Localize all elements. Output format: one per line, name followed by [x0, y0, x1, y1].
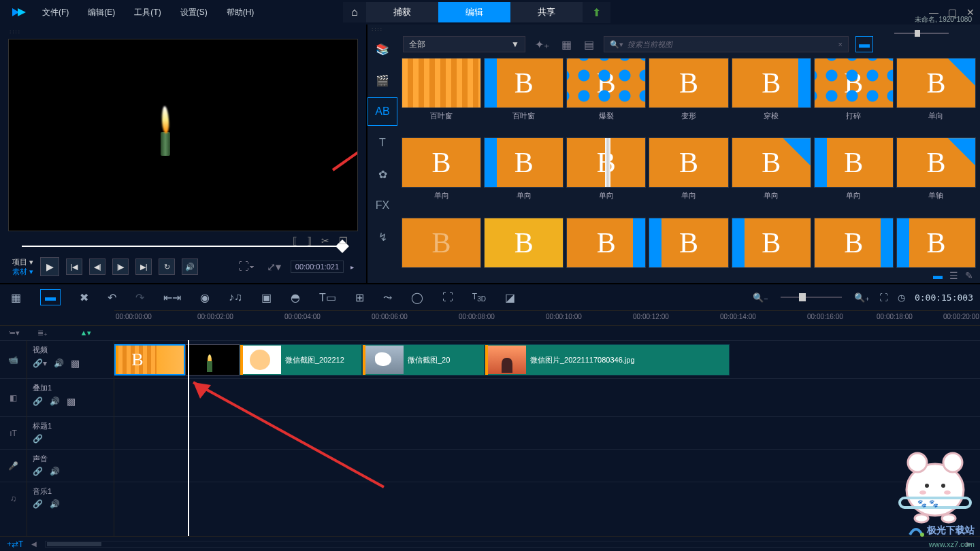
- timecode-step-icon[interactable]: ▸: [350, 263, 354, 271]
- link-icon[interactable]: 🔗: [33, 499, 43, 509]
- volume-button[interactable]: 🔊: [182, 258, 198, 275]
- clear-search-icon[interactable]: ×: [838, 40, 843, 48]
- track-marker-icon[interactable]: ▲▾: [57, 326, 114, 340]
- transition-item[interactable]: B单向: [732, 137, 811, 213]
- video-clip[interactable]: 微信图片_20221117080346.jpg: [485, 344, 730, 375]
- track-options-icon[interactable]: ≔▾: [0, 326, 27, 340]
- lock-icon[interactable]: ▩: [67, 396, 76, 407]
- transition-item[interactable]: B单向: [484, 137, 564, 213]
- lib-view-list-icon[interactable]: ☰: [949, 270, 958, 281]
- overlay-track-icon[interactable]: ◧: [0, 378, 27, 416]
- transition-item[interactable]: B: [649, 218, 728, 280]
- zoom-in-icon[interactable]: 🔍₊: [854, 293, 870, 303]
- mask-icon[interactable]: ◪: [505, 291, 515, 304]
- play-button[interactable]: ▶: [40, 257, 59, 276]
- timeline-tracks[interactable]: B 微信截图_202212 微信截图_20: [114, 340, 980, 536]
- lib-tab-media[interactable]: 📚: [368, 35, 397, 63]
- next-frame-button[interactable]: |▶: [112, 258, 129, 275]
- transition-item[interactable]: B穿梭: [732, 58, 811, 133]
- transition-item[interactable]: B: [402, 218, 481, 280]
- undo-button[interactable]: ↶: [108, 291, 116, 304]
- project-mode-label[interactable]: 项目 ▾: [12, 257, 33, 267]
- thumbnail-size-slider[interactable]: [894, 33, 949, 34]
- subtitle-icon[interactable]: T▭: [319, 291, 336, 304]
- video-clip[interactable]: 微信截图_20: [362, 344, 485, 375]
- fit-timeline-icon[interactable]: ⛶: [879, 293, 888, 303]
- video-clip[interactable]: [185, 344, 240, 375]
- video-clip[interactable]: 微信截图_202212: [240, 344, 362, 375]
- track-add-icon[interactable]: ≣₊: [27, 326, 57, 340]
- lib-edit-icon[interactable]: ✎: [965, 270, 973, 281]
- mute-icon[interactable]: 🔊: [50, 397, 60, 406]
- lib-tab-transition[interactable]: AB: [368, 97, 397, 126]
- transition-item[interactable]: B单向: [402, 137, 481, 213]
- link-icon[interactable]: 🔗: [33, 397, 43, 406]
- split-icon[interactable]: ✂: [321, 235, 329, 246]
- preview-viewport[interactable]: [8, 39, 358, 231]
- crop-icon[interactable]: ⛶: [442, 291, 453, 303]
- goto-start-button[interactable]: |◀: [66, 258, 82, 275]
- transition-item[interactable]: B单向: [814, 137, 894, 213]
- timeline-ruler[interactable]: 00:00:00:00 00:00:02:00 00:00:04:00 00:0…: [114, 310, 980, 325]
- panel-grip[interactable]: ::::: [368, 24, 980, 33]
- menu-help[interactable]: 帮助(H): [220, 4, 261, 21]
- calendar-icon[interactable]: ▤: [581, 38, 597, 51]
- link-icon[interactable]: 🔗▾: [33, 358, 47, 368]
- redo-button[interactable]: ↷: [135, 291, 144, 304]
- track-header-title[interactable]: 标题1 🔗: [27, 416, 114, 449]
- transition-item[interactable]: B百叶窗: [402, 58, 481, 133]
- track-header-music[interactable]: 音乐1 🔗🔊: [27, 482, 114, 514]
- timecode-display[interactable]: 00:00:01:021: [291, 261, 344, 273]
- scroll-left-icon[interactable]: ◀: [30, 540, 38, 548]
- 3d-icon[interactable]: T3D: [472, 292, 486, 303]
- link-icon[interactable]: 🔗: [33, 434, 43, 444]
- camera-icon[interactable]: ▣: [261, 291, 272, 304]
- disc-icon[interactable]: ◉: [200, 291, 210, 304]
- add-track-button[interactable]: +⇄T: [7, 539, 23, 549]
- label-icon[interactable]: ▦: [559, 38, 574, 51]
- transition-clip[interactable]: B: [114, 344, 185, 375]
- track-header-voice[interactable]: 声音 🔗🔊: [27, 449, 114, 482]
- lib-tab-effects[interactable]: ✿: [368, 160, 397, 188]
- mark-in-icon[interactable]: ⟦: [293, 235, 297, 246]
- transition-item[interactable]: B: [732, 218, 811, 280]
- snapshot-icon[interactable]: ❐: [339, 235, 348, 246]
- upload-button[interactable]: ⬆: [583, 2, 610, 23]
- overlay-icon[interactable]: ◓: [291, 291, 300, 304]
- favorite-add-icon[interactable]: ✦₊: [532, 38, 552, 51]
- zoom-slider[interactable]: [781, 297, 842, 298]
- menu-tool[interactable]: 工具(T): [127, 4, 167, 21]
- transition-item[interactable]: B变形: [649, 58, 728, 133]
- transition-item[interactable]: B单向: [896, 58, 976, 133]
- speed-icon[interactable]: ⤳: [383, 291, 392, 304]
- resize-fit-icon[interactable]: ⤢▾: [264, 261, 284, 273]
- mode-edit[interactable]: 编辑: [438, 2, 510, 22]
- loop-button[interactable]: ↻: [159, 258, 175, 275]
- transition-item[interactable]: B: [814, 218, 894, 280]
- zoom-out-icon[interactable]: 🔍₋: [753, 293, 768, 303]
- transition-item[interactable]: B单轴: [896, 137, 976, 213]
- home-button[interactable]: ⌂: [343, 2, 366, 22]
- video-track-icon[interactable]: 📹: [0, 340, 27, 378]
- lib-tab-title[interactable]: T: [368, 129, 397, 157]
- transition-item[interactable]: B: [566, 218, 646, 280]
- mute-icon[interactable]: 🔊: [50, 499, 60, 509]
- trim-icon[interactable]: ⇤⇥: [163, 291, 181, 304]
- rotate-icon[interactable]: ◯: [411, 291, 423, 304]
- storyboard-view-icon[interactable]: ▦: [11, 291, 21, 304]
- transition-item[interactable]: B百叶窗: [484, 58, 564, 133]
- mode-capture[interactable]: 捕获: [366, 2, 438, 22]
- title-track-icon[interactable]: ıT: [0, 416, 27, 449]
- menu-settings[interactable]: 设置(S): [174, 4, 214, 21]
- mute-icon[interactable]: 🔊: [50, 467, 60, 476]
- music-track-icon[interactable]: ♫: [0, 482, 27, 514]
- lib-tab-clip[interactable]: 🎬: [368, 66, 397, 95]
- transition-item[interactable]: B爆裂: [566, 58, 646, 133]
- lib-tab-path[interactable]: ↯: [368, 222, 397, 251]
- transition-item[interactable]: B: [484, 218, 564, 280]
- menu-file[interactable]: 文件(F): [35, 4, 76, 21]
- goto-end-button[interactable]: ▶|: [135, 258, 152, 275]
- lib-view-thumb-icon[interactable]: ▬: [933, 270, 943, 281]
- transition-item[interactable]: B打碎: [814, 58, 894, 133]
- mode-share[interactable]: 共享: [510, 2, 583, 22]
